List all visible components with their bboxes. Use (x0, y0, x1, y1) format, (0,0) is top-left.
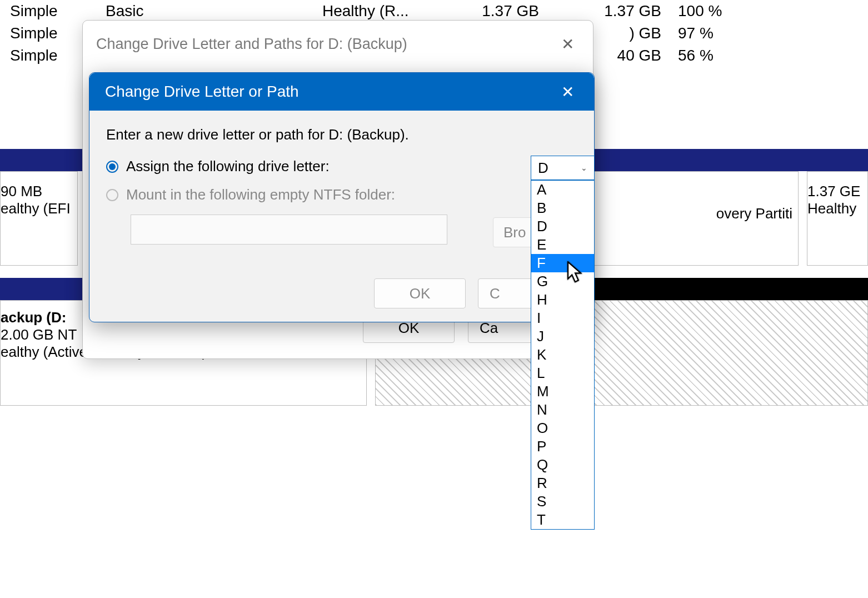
ok-button[interactable]: OK (374, 278, 466, 308)
cell-percent: 56 % (678, 47, 745, 64)
table-row[interactable]: Simple Basic Healthy (R... 1.37 GB 1.37 … (0, 0, 868, 22)
cell-status: Healthy (R... (322, 2, 428, 20)
dropdown-option-A[interactable]: A (531, 181, 594, 199)
combobox-value: D (538, 160, 548, 177)
cell-capacity: 1.37 GB (428, 2, 567, 20)
dialog-change-drive-letter: Change Drive Letter or Path ✕ Enter a ne… (89, 72, 595, 322)
cell-free: 1.37 GB (567, 2, 678, 20)
mouse-cursor-icon (566, 261, 585, 286)
cell-layout: Simple (0, 2, 106, 20)
dropdown-option-L[interactable]: L (531, 364, 594, 382)
partition-healthy[interactable]: 1.37 GE Healthy (807, 171, 868, 266)
radio-assign-letter[interactable] (106, 161, 118, 173)
partition-efi[interactable]: 90 MB ealthy (EFI (0, 171, 78, 266)
cell-percent: 97 % (678, 24, 745, 42)
dropdown-option-P[interactable]: P (531, 437, 594, 456)
partition-label: overy Partiti (716, 205, 792, 222)
ntfs-folder-input (131, 215, 447, 245)
partition-size: 90 MB (1, 183, 77, 200)
dropdown-option-N[interactable]: N (531, 401, 594, 419)
dropdown-option-F[interactable]: F (531, 254, 594, 272)
dropdown-option-I[interactable]: I (531, 309, 594, 327)
dropdown-option-T[interactable]: T (531, 511, 594, 529)
drive-letter-combobox[interactable]: D ⌄ (531, 156, 595, 180)
dropdown-option-E[interactable]: E (531, 236, 594, 254)
radio-mount-folder[interactable] (106, 189, 118, 201)
close-icon[interactable]: ✕ (556, 35, 580, 53)
dropdown-option-S[interactable]: S (531, 492, 594, 511)
partition-size: 1.37 GE (807, 183, 867, 200)
dropdown-option-R[interactable]: R (531, 474, 594, 492)
close-icon[interactable]: ✕ (557, 81, 578, 103)
dropdown-option-K[interactable]: K (531, 346, 594, 364)
dropdown-option-D[interactable]: D (531, 217, 594, 236)
partition-status: ealthy (EFI (1, 200, 77, 217)
parent-dialog-title: Change Drive Letter and Paths for D: (Ba… (96, 36, 407, 53)
dropdown-option-Q[interactable]: Q (531, 456, 594, 474)
dropdown-option-J[interactable]: J (531, 327, 594, 346)
drive-letter-dropdown[interactable]: ABDEFGHIJKLMNOPQRST (531, 180, 595, 530)
radio-assign-label: Assign the following drive letter: (126, 158, 330, 175)
cell-type: Basic (106, 2, 322, 20)
dialog-title: Change Drive Letter or Path (105, 83, 299, 101)
dropdown-option-H[interactable]: H (531, 291, 594, 309)
dropdown-option-M[interactable]: M (531, 382, 594, 401)
dropdown-option-B[interactable]: B (531, 199, 594, 217)
chevron-down-icon: ⌄ (581, 163, 587, 172)
dropdown-option-G[interactable]: G (531, 272, 594, 291)
dropdown-option-O[interactable]: O (531, 419, 594, 437)
dialog-prompt: Enter a new drive letter or path for D: … (106, 126, 577, 143)
radio-mount-label: Mount in the following empty NTFS folder… (126, 186, 395, 203)
cell-percent: 100 % (678, 2, 745, 20)
partition-status: Healthy (807, 200, 867, 217)
